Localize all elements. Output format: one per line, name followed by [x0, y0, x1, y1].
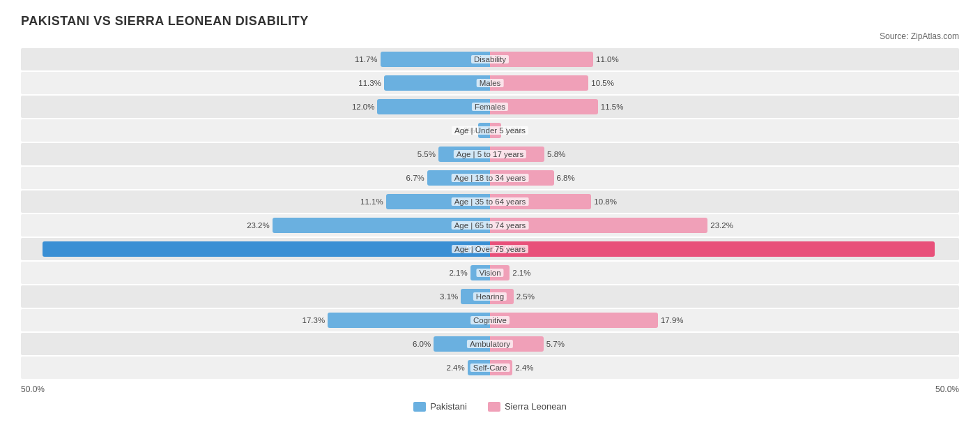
legend-color-pink: [488, 402, 500, 412]
center-category-label: Age | 5 to 17 years: [454, 150, 526, 158]
left-value-label: 6.0%: [413, 340, 431, 348]
center-category-label: Self-Care: [470, 364, 510, 372]
center-category-label: Age | 35 to 64 years: [452, 197, 529, 206]
center-category-label: Age | Over 75 years: [452, 245, 528, 253]
center-category-label: Males: [477, 79, 504, 87]
right-value-label: 5.8%: [547, 150, 565, 158]
pakistani-bar: [43, 241, 490, 257]
center-category-label: Females: [472, 103, 508, 111]
bar-row: Age | 65 to 74 years23.2%23.2%: [21, 214, 959, 237]
center-category-label: Cognitive: [470, 316, 510, 324]
right-value-label: 17.9%: [661, 316, 684, 324]
right-value-label: 2.4%: [515, 364, 533, 372]
bar-row: Vision2.1%2.1%: [21, 262, 959, 284]
left-value-label: 11.1%: [360, 197, 383, 206]
bar-row: Age | 18 to 34 years6.7%6.8%: [21, 167, 959, 189]
chart-container: Disability11.7%11.0%Males11.3%10.5%Femal…: [21, 48, 959, 379]
legend-label-sierra-leonean: Sierra Leonean: [505, 401, 567, 412]
right-value-label: 10.8%: [594, 197, 617, 206]
legend-sierra-leonean: Sierra Leonean: [488, 401, 567, 412]
chart-title: PAKISTANI VS SIERRA LEONEAN DISABILITY: [21, 14, 959, 29]
left-value-label: 12.0%: [352, 103, 375, 111]
bar-area: Vision2.1%2.1%: [21, 262, 959, 284]
bar-row: Age | Under 5 years1.3%1.2%: [21, 119, 959, 142]
center-category-label: Vision: [476, 269, 503, 277]
pakistani-bar: [328, 313, 490, 328]
x-axis-left: 50.0%: [21, 384, 45, 394]
center-category-label: Hearing: [473, 292, 507, 301]
center-category-label: Ambulatory: [467, 340, 513, 348]
left-value-label: 17.3%: [303, 316, 326, 324]
bar-area: Age | Under 5 years1.3%1.2%: [21, 119, 959, 142]
bar-row: Disability11.7%11.0%: [21, 48, 959, 70]
legend-pakistani: Pakistani: [413, 401, 467, 412]
bar-area: Males11.3%10.5%: [21, 72, 959, 94]
left-value-label: 6.7%: [406, 174, 424, 182]
bar-area: Females12.0%11.5%: [21, 96, 959, 118]
bar-area: Age | 65 to 74 years23.2%23.2%: [21, 214, 959, 237]
source-label: Source: ZipAtlas.com: [21, 31, 959, 41]
bar-row: Hearing3.1%2.5%: [21, 285, 959, 308]
left-value-label: 5.5%: [418, 150, 436, 158]
bar-area: Disability11.7%11.0%: [21, 48, 959, 70]
right-value-label: 2.1%: [512, 269, 530, 277]
left-value-label: 23.2%: [247, 221, 270, 230]
x-axis: 50.0% 50.0%: [21, 384, 959, 394]
center-category-label: Age | 18 to 34 years: [452, 174, 529, 182]
pakistani-bar: [384, 75, 490, 91]
legend-label-pakistani: Pakistani: [430, 401, 467, 412]
right-value-label: 11.0%: [596, 55, 619, 63]
left-value-label: 3.1%: [440, 292, 458, 301]
right-value-label: 23.2%: [710, 221, 733, 230]
sierra-leonean-bar: [490, 313, 658, 328]
right-value-label: 2.5%: [516, 292, 535, 301]
bar-area: Age | Over 75 years47.7%47.4%: [21, 238, 959, 260]
left-value-label: 11.7%: [355, 55, 378, 63]
bar-area: Ambulatory6.0%5.7%: [21, 333, 959, 355]
x-axis-right: 50.0%: [935, 384, 959, 394]
center-category-label: Disability: [471, 55, 509, 63]
right-value-label: 10.5%: [591, 79, 614, 87]
legend-color-blue: [413, 402, 426, 412]
bar-row: Cognitive17.3%17.9%: [21, 309, 959, 331]
bar-area: Hearing3.1%2.5%: [21, 285, 959, 308]
right-value-label: 5.7%: [546, 340, 565, 348]
bar-area: Age | 35 to 64 years11.1%10.8%: [21, 190, 959, 213]
right-value-label: 6.8%: [557, 174, 575, 182]
bar-row: Females12.0%11.5%: [21, 96, 959, 118]
bar-area: Cognitive17.3%17.9%: [21, 309, 959, 331]
bar-row: Males11.3%10.5%: [21, 72, 959, 94]
bar-row: Age | 5 to 17 years5.5%5.8%: [21, 143, 959, 165]
sierra-leonean-bar: [490, 75, 588, 91]
right-value-label: 11.5%: [601, 103, 624, 111]
bar-area: Self-Care2.4%2.4%: [21, 357, 959, 379]
left-value-label: 2.4%: [446, 364, 464, 372]
legend: Pakistani Sierra Leonean: [21, 401, 959, 412]
left-value-label: 11.3%: [358, 79, 381, 87]
bar-area: Age | 5 to 17 years5.5%5.8%: [21, 143, 959, 165]
bar-area: Age | 18 to 34 years6.7%6.8%: [21, 167, 959, 189]
left-value-label: 2.1%: [450, 269, 468, 277]
center-category-label: Age | Under 5 years: [452, 126, 528, 135]
bar-row: Age | Over 75 years47.7%47.4%: [21, 238, 959, 260]
center-category-label: Age | 65 to 74 years: [452, 221, 529, 230]
bar-row: Self-Care2.4%2.4%: [21, 357, 959, 379]
bar-row: Age | 35 to 64 years11.1%10.8%: [21, 190, 959, 213]
sierra-leonean-bar: [490, 241, 935, 257]
bar-row: Ambulatory6.0%5.7%: [21, 333, 959, 355]
